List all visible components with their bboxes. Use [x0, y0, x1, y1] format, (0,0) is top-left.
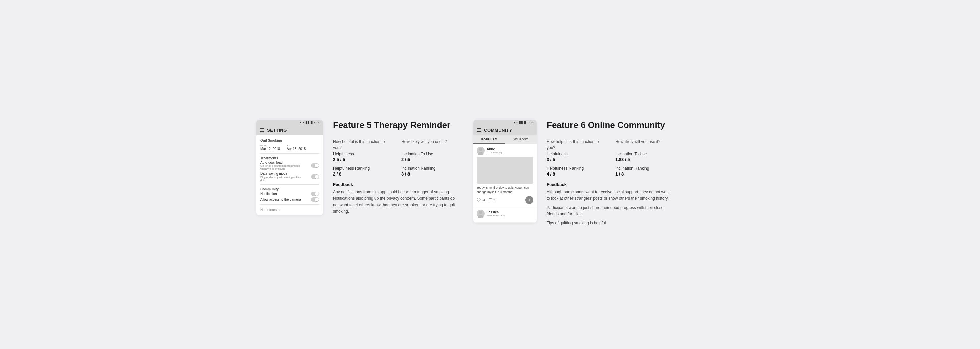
status-icons-left: ▼▲ ▋▋ ▉ 12:30	[299, 121, 320, 124]
quit-smoking-title: Quit Smoking	[260, 139, 319, 142]
community-title: COMMUNITY	[484, 128, 512, 133]
post-anne: Anne 5 minutes ago Today is my first day…	[473, 144, 537, 207]
feature5-inclination-ranking-col: Inclination Ranking 3 / 8	[401, 166, 460, 177]
data-saving-item: Data-saving mode Play audio only when us…	[260, 172, 319, 182]
not-interested-text: Not Interested	[260, 208, 319, 212]
feature6-inclination-value: 1.83 / 5	[615, 157, 674, 162]
community-header: COMMUNITY	[473, 125, 537, 135]
right-section: ▼▲ ▋▋ ▉ 12:30 COMMUNITY POPULAR MY POST	[473, 120, 674, 229]
post-anne-header: Anne 5 minutes ago	[477, 147, 533, 155]
feature6-helpfulness-ranking-label: Helpfulness Ranking	[547, 166, 605, 171]
divider-2	[260, 184, 319, 185]
status-icons-right: ▼▲ ▋▋ ▉ 12:30	[513, 121, 534, 124]
svg-point-2	[479, 210, 482, 214]
to-date-col: To Apr 13, 2018	[286, 143, 305, 151]
jessica-avatar	[477, 210, 485, 218]
time-display-right: 12:30	[527, 121, 534, 124]
feature5-how-likely-label: How likely will you use it?	[401, 139, 460, 150]
feature6-feedback-title: Feedback	[547, 182, 674, 187]
feature5-title: Feature 5 Therapy Reminder	[333, 120, 460, 131]
feature6-feedback-text: Although participants want to receive so…	[547, 189, 674, 226]
feature5-helpfulness-label: Helpfulness	[333, 152, 391, 156]
feature5-helpfulness-value: 2.5 / 5	[333, 157, 391, 162]
data-saving-subtitle: Play audio only when using cellular data	[260, 175, 304, 182]
feature5-helpfulness-ranking-label: Helpfulness Ranking	[333, 166, 391, 171]
auto-download-toggle[interactable]	[311, 164, 319, 168]
data-saving-left: Data-saving mode Play audio only when us…	[260, 172, 304, 182]
auto-download-title: Auto-download	[260, 161, 304, 164]
feature6-how-likely-label: How likely will you use it?	[615, 139, 674, 150]
feature5-how-helpful-label: How helpful is this function to you?	[333, 139, 391, 150]
feature5-helpfulness-ranking-col: Helpfulness Ranking 2 / 8	[333, 166, 391, 177]
feature5-helpfulness-col: Helpfulness 2.5 / 5	[333, 152, 391, 162]
svg-point-1	[478, 152, 483, 155]
data-saving-toggle[interactable]	[311, 174, 319, 179]
auto-download-subtitle: On for all bookmarked treatments when wi…	[260, 164, 304, 171]
notification-left: Notification	[260, 192, 277, 196]
status-bar-right: ▼▲ ▋▋ ▉ 12:30	[473, 120, 537, 125]
community-phone-mockup: ▼▲ ▋▋ ▉ 12:30 COMMUNITY POPULAR MY POST	[473, 120, 537, 223]
auto-download-left: Auto-download On for all bookmarked trea…	[260, 161, 304, 171]
comments-action[interactable]: 2	[488, 198, 495, 202]
hamburger-icon[interactable]	[259, 128, 264, 132]
jessica-name: Jessica	[487, 210, 505, 214]
notification-item: Notification	[260, 191, 319, 196]
feature5-inclination-ranking-value: 3 / 8	[401, 172, 460, 177]
anne-time: 5 minutes ago	[487, 151, 503, 154]
feature5-inclination-value: 2 / 5	[401, 157, 460, 162]
post-jessica-header: Jessica 20 minutes ago	[477, 210, 533, 218]
notification-toggle[interactable]	[311, 191, 319, 196]
feature5-inclination-col: Inclination To Use 2 / 5	[401, 152, 460, 162]
signal-icon-r: ▋▋	[519, 121, 523, 124]
comments-count: 2	[493, 198, 495, 202]
wifi-icon: ▼▲	[299, 121, 305, 124]
feature5-feedback-title: Feedback	[333, 182, 460, 187]
feature5-helpfulness-ranking-value: 2 / 8	[333, 172, 391, 177]
feature6-inclination-ranking-value: 1 / 8	[615, 172, 674, 177]
likes-count: 24	[482, 198, 485, 202]
feature6-title: Feature 6 Online Community	[547, 120, 674, 131]
status-bar-left: ▼▲ ▋▋ ▉ 12:30	[256, 120, 323, 125]
anne-avatar	[477, 147, 485, 155]
anne-post-text: Today is my first day to quit. Hope I ca…	[477, 185, 533, 194]
tab-popular[interactable]: POPULAR	[473, 135, 505, 144]
feature6-helpfulness-value: 3 / 5	[547, 157, 605, 162]
feature6-helpfulness-ranking-value: 4 / 8	[547, 172, 605, 177]
hamburger-icon-r[interactable]	[477, 128, 481, 132]
from-date-value: Mar 12, 2018	[260, 147, 280, 151]
battery-icon: ▉	[311, 121, 313, 124]
tab-my-post[interactable]: MY POST	[505, 135, 537, 144]
feature6-helpfulness-ranking-col: Helpfulness Ranking 4 / 8	[547, 166, 605, 177]
feature6-feedback-line3: Tips of quitting smoking is helpful.	[547, 220, 674, 226]
camera-access-toggle[interactable]	[311, 197, 319, 202]
date-row: From Mar 12, 2018 To Apr 13, 2018	[260, 143, 319, 151]
divider-3	[260, 204, 319, 205]
feature6-feedback: Feedback Although participants want to r…	[547, 182, 674, 226]
to-date-value: Apr 13, 2018	[286, 147, 305, 151]
community-section-title: Community	[260, 187, 319, 191]
feature6-helpfulness-col: Helpfulness 3 / 5	[547, 152, 605, 162]
svg-point-3	[478, 215, 483, 218]
setting-body: Quit Smoking From Mar 12, 2018 To Apr 13…	[256, 135, 323, 215]
signal-icon: ▋▋	[305, 121, 310, 124]
feature6-feedback-line2: Participants want to just share their go…	[547, 205, 674, 217]
setting-header: SETTING	[256, 125, 323, 135]
feature6-inclination-ranking-col: Inclination Ranking 1 / 8	[615, 166, 674, 177]
battery-icon-r: ▉	[524, 121, 527, 124]
anne-name: Anne	[487, 147, 503, 151]
feature6-helpfulness-label: Helpfulness	[547, 152, 605, 156]
camera-access-item: Allow access to the camera	[260, 197, 319, 202]
feature5-description: Feature 5 Therapy Reminder How helpful i…	[333, 120, 460, 215]
feature5-feedback-text: Any notifications from this app could be…	[333, 189, 460, 215]
jessica-time: 20 minutes ago	[487, 214, 505, 217]
data-saving-title: Data-saving mode	[260, 172, 304, 175]
camera-access-left: Allow access to the camera	[260, 198, 301, 201]
anne-post-actions: 24 2 +	[477, 196, 533, 204]
left-section: ▼▲ ▋▋ ▉ 12:30 SETTING Quit Smoking From …	[256, 120, 460, 215]
to-label: To	[286, 144, 289, 147]
fab-button[interactable]: +	[525, 196, 533, 204]
camera-access-title: Allow access to the camera	[260, 198, 301, 201]
from-date-col: From Mar 12, 2018	[260, 143, 280, 151]
likes-action[interactable]: 24	[477, 198, 485, 202]
treatments-title: Treatments	[260, 156, 319, 160]
